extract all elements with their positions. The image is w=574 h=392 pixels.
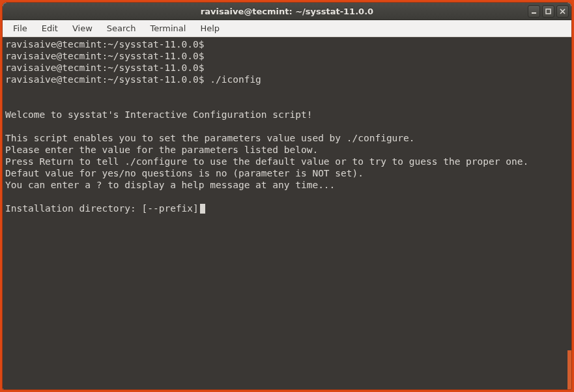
terminal-window: ravisaive@tecmint: ~/sysstat-11.0.0 File… [3,3,571,389]
menu-file[interactable]: File [7,21,34,35]
titlebar: ravisaive@tecmint: ~/sysstat-11.0.0 [3,3,571,20]
window-controls [528,5,569,18]
minimize-icon[interactable] [528,5,540,18]
scrollbar[interactable] [567,350,571,389]
cursor [200,204,205,214]
menubar: File Edit View Search Terminal Help [3,20,571,37]
close-icon[interactable] [556,5,569,18]
window-title: ravisaive@tecmint: ~/sysstat-11.0.0 [3,7,571,16]
svg-rect-0 [532,12,536,14]
svg-rect-1 [546,9,551,14]
menu-search[interactable]: Search [100,21,143,35]
menu-view[interactable]: View [66,21,99,35]
menu-edit[interactable]: Edit [35,21,65,35]
menu-terminal[interactable]: Terminal [143,21,192,35]
menu-help[interactable]: Help [194,21,226,35]
terminal-output[interactable]: ravisaive@tecmint:~/sysstat-11.0.0$ ravi… [3,37,571,389]
maximize-icon[interactable] [542,5,554,18]
